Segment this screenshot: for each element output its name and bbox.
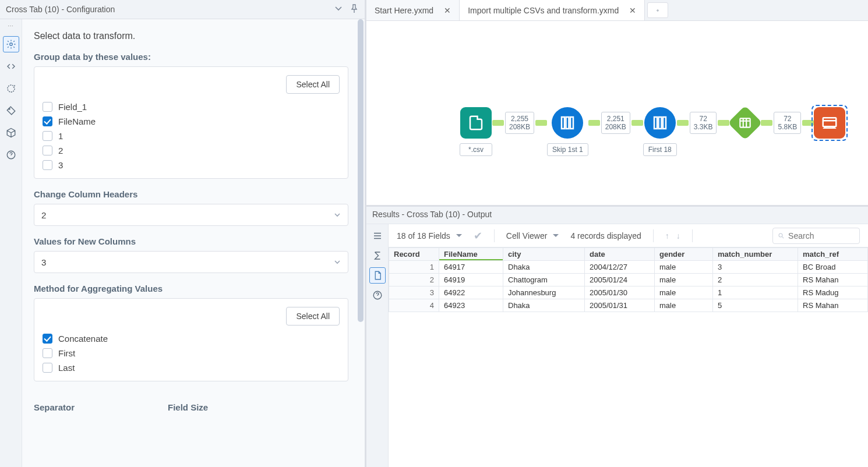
cell[interactable]: 2004/12/27 xyxy=(585,261,655,274)
config-icon-strip: ⋯ xyxy=(0,19,22,467)
cell[interactable]: 2 xyxy=(713,274,798,286)
cell[interactable]: male xyxy=(655,274,713,286)
cell[interactable]: male xyxy=(655,299,713,312)
workflow-tool-select[interactable]: Skip 1st 1 xyxy=(547,107,588,156)
group-field-row[interactable]: FileName xyxy=(43,114,340,129)
separator-heading: Separator xyxy=(34,402,75,412)
cell[interactable]: 5 xyxy=(713,299,798,312)
add-tab-button[interactable] xyxy=(647,2,668,18)
workflow-tool-output[interactable] xyxy=(814,107,845,139)
column-header[interactable]: match_number xyxy=(713,248,798,261)
workflow-tool-input[interactable]: *.csv xyxy=(460,107,492,156)
tool-label: First 18 xyxy=(643,143,677,156)
results-grid[interactable]: RecordFileNamecitydategendermatch_number… xyxy=(389,247,868,467)
config-scrollbar[interactable] xyxy=(358,19,364,467)
cell[interactable]: 64917 xyxy=(439,261,503,274)
tag-tab-icon[interactable] xyxy=(3,102,19,119)
table-row[interactable]: 264919Chattogram2005/01/24male2RS Mahan xyxy=(389,274,868,286)
checkbox[interactable] xyxy=(43,334,52,344)
close-tab-icon[interactable]: ✕ xyxy=(629,6,636,15)
checkbox[interactable] xyxy=(43,131,52,141)
next-record-icon[interactable]: ↓ xyxy=(676,231,680,240)
method-row[interactable]: Concatenate xyxy=(43,331,340,346)
column-header[interactable]: city xyxy=(503,248,585,261)
cell[interactable]: 64923 xyxy=(439,299,503,312)
results-search[interactable] xyxy=(772,228,860,244)
cell[interactable]: male xyxy=(655,286,713,299)
cube-tab-icon[interactable] xyxy=(3,125,19,141)
cell[interactable]: RS Mahan xyxy=(798,299,868,312)
group-field-row[interactable]: 1 xyxy=(43,129,340,143)
cell[interactable]: 4 xyxy=(389,299,439,312)
settings-tab-icon[interactable] xyxy=(3,36,19,52)
checkbox[interactable] xyxy=(43,102,52,112)
pin-icon[interactable] xyxy=(350,4,359,15)
cell[interactable]: 2005/01/31 xyxy=(585,299,655,312)
group-field-row[interactable]: Field_1 xyxy=(43,100,340,114)
column-header[interactable]: gender xyxy=(655,248,713,261)
cell[interactable]: 64919 xyxy=(439,274,503,286)
column-header[interactable]: match_ref xyxy=(798,248,868,261)
apply-check-icon[interactable]: ✔ xyxy=(474,229,482,242)
refresh-tab-icon[interactable] xyxy=(3,80,19,97)
cell[interactable]: 3 xyxy=(389,286,439,299)
close-tab-icon[interactable]: ✕ xyxy=(444,6,451,15)
cell[interactable]: Dhaka xyxy=(503,261,585,274)
checkbox[interactable] xyxy=(43,363,52,373)
cell[interactable]: Johannesburg xyxy=(503,286,585,299)
results-toolbar: 18 of 18 Fields ✔ Cell Viewer 4 records … xyxy=(389,224,868,247)
cell[interactable]: 3 xyxy=(713,261,798,274)
tool-label: *.csv xyxy=(460,143,492,156)
cell[interactable]: 2 xyxy=(389,274,439,286)
collapse-icon[interactable] xyxy=(334,4,343,15)
change-headers-select[interactable]: 2 xyxy=(34,204,348,226)
help-tab-icon[interactable] xyxy=(3,147,19,163)
cell[interactable]: 64922 xyxy=(439,286,503,299)
checkbox[interactable] xyxy=(43,116,52,126)
table-row[interactable]: 164917Dhaka2004/12/27male3BC Broad xyxy=(389,261,868,274)
records-displayed-text: 4 records displayed xyxy=(570,231,641,240)
xml-tab-icon[interactable] xyxy=(3,58,19,75)
workflow-canvas[interactable]: *.csv2,255208KBSkip 1st 12,251208KBFirst… xyxy=(366,21,868,205)
method-row[interactable]: First xyxy=(43,346,340,360)
column-header[interactable]: FileName xyxy=(439,248,503,261)
table-row[interactable]: 464923Dhaka2005/01/31male5RS Mahan xyxy=(389,299,868,312)
prev-record-icon[interactable]: ↑ xyxy=(665,231,669,240)
cell-viewer-dropdown[interactable]: Cell Viewer xyxy=(506,231,559,240)
table-row[interactable]: 364922Johannesburg2005/01/30male1RS Madu… xyxy=(389,286,868,299)
drag-handle-icon[interactable]: ⋯ xyxy=(8,23,14,29)
method-label: Concatenate xyxy=(58,334,108,344)
results-search-input[interactable] xyxy=(788,231,855,240)
cell[interactable]: 2005/01/30 xyxy=(585,286,655,299)
group-field-row[interactable]: 2 xyxy=(43,143,340,158)
column-header[interactable]: date xyxy=(585,248,655,261)
svg-rect-6 xyxy=(654,117,657,129)
cell[interactable]: male xyxy=(655,261,713,274)
cell[interactable]: 1 xyxy=(713,286,798,299)
method-select-all-button[interactable]: Select All xyxy=(286,307,340,326)
results-help-icon[interactable] xyxy=(369,287,386,303)
group-field-row[interactable]: 3 xyxy=(43,158,340,172)
group-select-all-button[interactable]: Select All xyxy=(286,75,340,94)
results-list-icon[interactable] xyxy=(369,228,386,244)
cell[interactable]: 1 xyxy=(389,261,439,274)
cell[interactable]: BC Broad xyxy=(798,261,868,274)
column-header[interactable]: Record xyxy=(389,248,439,261)
workflow-tool-select[interactable]: First 18 xyxy=(643,107,677,156)
results-page-icon[interactable] xyxy=(369,267,386,284)
checkbox[interactable] xyxy=(43,146,52,155)
workflow-tool-browse[interactable] xyxy=(729,107,761,139)
cell[interactable]: RS Madug xyxy=(798,286,868,299)
cell[interactable]: Chattogram xyxy=(503,274,585,286)
cell[interactable]: RS Mahan xyxy=(798,274,868,286)
document-tab[interactable]: Start Here.yxmd✕ xyxy=(366,0,460,20)
fields-summary-dropdown[interactable]: 18 of 18 Fields xyxy=(397,231,462,240)
results-sigma-icon[interactable] xyxy=(369,247,386,264)
method-row[interactable]: Last xyxy=(43,360,340,375)
cell[interactable]: Dhaka xyxy=(503,299,585,312)
document-tab[interactable]: Import multiple CSVs and transform.yxmd✕ xyxy=(460,0,645,20)
checkbox[interactable] xyxy=(43,160,52,170)
checkbox[interactable] xyxy=(43,348,52,358)
cell[interactable]: 2005/01/24 xyxy=(585,274,655,286)
values-select[interactable]: 3 xyxy=(34,251,348,273)
